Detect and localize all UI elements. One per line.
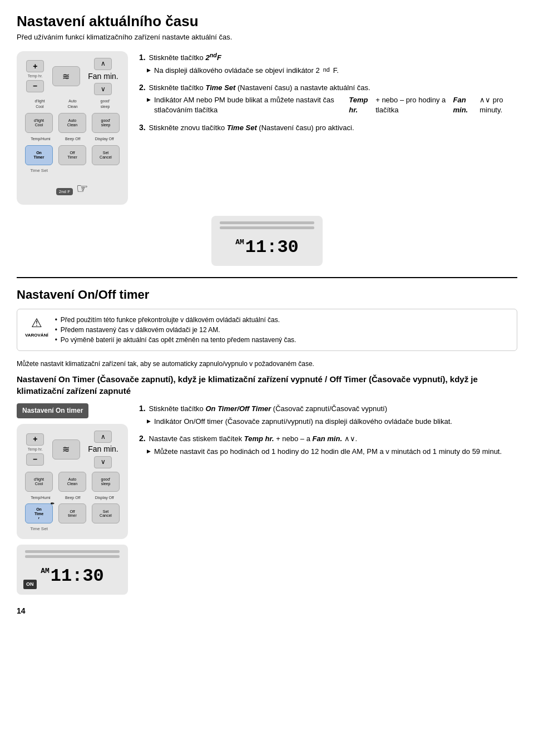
remote-sub-label-row: Temp/Humi Beep Off Display Off (22, 136, 122, 142)
good-sleep-btn-2[interactable]: good'sleep (92, 472, 120, 492)
step-2: 2. Stiskněte tlačítko Time Set (Nastaven… (139, 82, 517, 116)
temp-plus-btn-2[interactable]: + (26, 433, 44, 446)
display-lines-bottom (25, 550, 120, 558)
display-line-b1 (25, 550, 120, 553)
set-cancel-btn-2[interactable]: SetCancel (92, 503, 120, 523)
on-timer-layout: Nastavení On timer + Temp hr. – ≋ ∧ Fan … (17, 403, 517, 594)
temp-plus-btn[interactable]: + (26, 60, 44, 72)
step-3-text: Stiskněte znovu tlačítko Time Set (Nasta… (149, 123, 354, 132)
warning-content: Před použitím této funkce překontrolujte… (55, 315, 296, 345)
step2-2: 2. Nastavte čas stiskem tlačítek Temp hr… (139, 433, 517, 457)
page-title: Nastavení aktuálního času (17, 11, 517, 31)
off-timer-btn[interactable]: OffTimer (58, 145, 86, 165)
display-panel-bottom: ON AM 11:30 (17, 545, 128, 595)
step-1-bullet: Na displeji dálkového ovládače se objeví… (147, 66, 517, 76)
on-off-title-text: Nastavení On Timer (Časovače zapnutí), k… (17, 374, 478, 396)
fan-up-btn-2[interactable]: ∧ (94, 431, 112, 443)
display-am-bottom: AM (41, 566, 50, 576)
display-off-label: Display Off (95, 136, 114, 142)
fan-down-btn[interactable]: ∨ (94, 83, 112, 95)
warning-item-2: Předem nastavený čas v dálkovém ovládači… (55, 325, 296, 335)
warning-item-3: Po výměně baterií je aktuální čas opět z… (55, 335, 296, 345)
temp-hr-group-2: + Temp hr. – (26, 433, 44, 466)
good-sleep-label: good'sleep (101, 98, 110, 110)
fan-min-group-2: ∧ Fan min. ∨ (88, 431, 118, 468)
page-subtitle: Před užíváním funkcí klimatizačního zaří… (17, 32, 517, 42)
auto-clean-btn-2[interactable]: AutoClean (58, 472, 86, 492)
display-line-1 (220, 221, 314, 224)
warning-icon-block: ⚠ VAROVÁNÍ (25, 315, 48, 338)
temp-hr-label: Temp hr. (28, 73, 43, 79)
d-light-btn[interactable]: d'lightCool (25, 113, 53, 133)
on-timer-right: 1. Stiskněte tlačítko On Timer/Off Timer… (139, 403, 517, 594)
on-off-intro: Můžete nastavit klimatizační zařízení ta… (17, 359, 517, 369)
d-light-btn-2[interactable]: d'lightCool (25, 472, 53, 492)
step-1: 1. Stiskněte tlačítko 2ndF Na displeji d… (139, 51, 517, 76)
on-timer-btn-2[interactable]: OnTimer ✏ (25, 503, 53, 523)
step2-1-text: Stiskněte tlačítko On Timer/Off Timer (Č… (149, 404, 387, 413)
warning-triangle-icon: ⚠ (31, 315, 42, 332)
remote-row-1: + Temp hr. – ≋ ∧ Fan min. ∨ (22, 58, 122, 96)
page-number: 14 (17, 606, 517, 617)
step-2-num: 2. (139, 83, 146, 92)
fan-min-group: ∧ Fan min. ∨ (88, 58, 118, 96)
step-3: 3. Stiskněte znovu tlačítko Time Set (Na… (139, 122, 517, 134)
temp-minus-btn-2[interactable]: – (26, 453, 44, 466)
step2-1-num: 1. (139, 404, 146, 413)
display-off-label-2: Display Off (95, 495, 114, 501)
on-timer-btn[interactable]: OnTimer (25, 145, 53, 165)
remote-control-2: + Temp hr. – ≋ ∧ Fan min. ∨ d'lightCool … (17, 424, 128, 539)
display-am: AM (235, 238, 244, 248)
off-timer-btn-2[interactable]: Offtimer (58, 503, 86, 523)
display-line-2 (220, 226, 314, 229)
remote-control: + Temp hr. – ≋ ∧ Fan min. ∨ d'lightCool … (17, 51, 128, 205)
step2-1: 1. Stiskněte tlačítko On Timer/Off Timer… (139, 403, 517, 427)
set-cancel-btn[interactable]: SetCancel (92, 145, 120, 165)
second-f-badge: 2nd F (56, 188, 73, 195)
page-title-block: Nastavení aktuálního času Před užíváním … (17, 11, 517, 43)
warning-box: ⚠ VAROVÁNÍ Před použitím této funkce pře… (17, 309, 517, 351)
temp-humi-label: Temp/Humi (31, 136, 50, 142)
on-badge: ON (23, 580, 37, 589)
timer-row-2: OnTimer ✏ Time Set Offtimer SetCancel (22, 503, 122, 532)
display-panel: AM 11:30 (211, 216, 323, 266)
mode-btn-2[interactable]: ≋ (52, 439, 80, 459)
step-2-text: Stiskněte tlačítko Time Set (Nastavení č… (149, 83, 370, 92)
step2-2-bullet: Můžete nastavit čas po hodinách od 1 hod… (147, 447, 517, 457)
section2-title: Nastavení On/Off timer (17, 286, 517, 304)
step-2-bullet: Indikátor AM nebo PM bude blikat a můžet… (147, 95, 517, 115)
mode-btn[interactable]: ≋ (52, 66, 80, 86)
temp-minus-btn[interactable]: – (26, 80, 44, 92)
section-divider (17, 277, 517, 278)
beep-off-label: Beep Off (65, 136, 81, 142)
warning-label: VAROVÁNÍ (25, 332, 48, 338)
fan-min-label: Fan min. (88, 71, 118, 82)
time-set-label: Time Set (30, 167, 48, 174)
fan-down-btn-2[interactable]: ∨ (94, 456, 112, 468)
step2-1-bullet: Indikátor On/Off timer (Časovače zapnutí… (147, 417, 517, 427)
fan-up-btn[interactable]: ∧ (94, 58, 112, 70)
fan-min-label-2: Fan min. (88, 444, 118, 455)
remote-row-2-2: d'lightCool AutoClean good'sleep (22, 472, 122, 492)
step-1-num: 1. (139, 53, 146, 62)
display-digits: 11:30 (245, 235, 299, 260)
second-f-indicator: 2nd F ☞ (22, 179, 122, 198)
remote-label-row: d'lightCool AutoClean good'sleep (22, 98, 122, 110)
display-time: AM 11:30 (235, 235, 299, 260)
step-3-num: 3. (139, 123, 146, 132)
d-light-label: d'lightCool (34, 98, 44, 110)
remote-row-2: d'lightCool AutoClean good'sleep (22, 113, 122, 133)
warning-item-1: Před použitím této funkce překontrolujte… (55, 315, 296, 325)
remote-sub-label-row-2: Temp/Humi Beep Off Display Off (22, 495, 122, 501)
display-time-bottom: AM 11:30 (41, 564, 104, 589)
step2-2-num: 2. (139, 434, 146, 443)
temp-hr-label-2: Temp hr. (28, 447, 43, 452)
auto-clean-btn[interactable]: AutoClean (58, 113, 86, 133)
temp-hr-group: + Temp hr. – (26, 60, 44, 92)
display-lines (220, 221, 314, 229)
good-sleep-btn[interactable]: good'sleep (92, 113, 120, 133)
step-1-text: Stiskněte tlačítko 2ndF (149, 53, 221, 62)
timer-row: OnTimer Time Set OffTimer SetCancel (22, 145, 122, 174)
beep-off-label-2: Beep Off (65, 495, 81, 501)
display-digits-bottom: 11:30 (51, 564, 104, 589)
